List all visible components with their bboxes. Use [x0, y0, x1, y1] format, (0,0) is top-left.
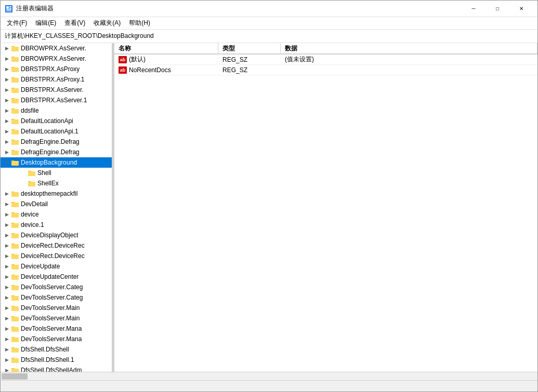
expand-icon[interactable]: ▶ [3, 304, 11, 312]
minimize-button[interactable]: ─ [462, 1, 485, 17]
expand-icon[interactable]: ▶ [3, 44, 11, 52]
menu-item-收藏夹(A)[interactable]: 收藏夹(A) [89, 18, 125, 29]
expand-icon[interactable]: ▶ [3, 241, 11, 250]
svg-rect-89 [11, 327, 19, 331]
tree-item-dbrowprx2[interactable]: ▶ DBROWPRX.AsServer. [1, 53, 112, 64]
expand-icon[interactable]: ▶ [3, 200, 11, 208]
tree-item-dbrowprx1[interactable]: ▶ DBROWPRX.AsServer. [1, 43, 112, 53]
tree-item-defragengine2[interactable]: ▶ DefragEngine.Defrag [1, 147, 112, 157]
menu-item-帮助(H)[interactable]: 帮助(H) [125, 18, 154, 29]
tree-item-dfsshell2[interactable]: ▶ DfsShell.DfsShell.1 [1, 355, 112, 365]
tree-item-devicerect2[interactable]: ▶ DeviceRect.DeviceRec [1, 251, 112, 261]
col-name-header[interactable]: 名称 [114, 43, 218, 54]
col-type-header[interactable]: 类型 [218, 43, 281, 54]
tree-item-dfsshell3[interactable]: ▶ DfsShell.DfsShellAdm [1, 365, 112, 372]
tree-item-deflocationapi[interactable]: ▶ DefaultLocationApi [1, 116, 112, 126]
expand-icon[interactable]: ▶ [3, 138, 11, 146]
expand-icon[interactable]: ▶ [3, 262, 11, 271]
expand-icon[interactable]: ▶ [3, 293, 11, 302]
bottom-scroll [1, 372, 537, 380]
tree-item-devtoolsserver4[interactable]: ▶ DevToolsServer.Main [1, 313, 112, 323]
menu-item-编辑(E)[interactable]: 编辑(E) [31, 18, 60, 29]
tree-item-devicerect1[interactable]: ▶ DeviceRect.DeviceRec [1, 240, 112, 251]
tree-item-devtoolsserver2[interactable]: ▶ DevToolsServer.Categ [1, 292, 112, 303]
tree-item-dbrstprx1[interactable]: ▶ DBRSTPRX.AsProxy [1, 64, 112, 74]
expand-icon[interactable]: ▶ [3, 273, 11, 281]
expand-icon[interactable]: ▶ [3, 335, 11, 343]
expand-icon[interactable]: ▶ [3, 345, 11, 354]
expand-icon[interactable]: ▶ [3, 117, 11, 125]
main-window: 注册表编辑器 ─ □ ✕ 文件(F)编辑(E)查看(V)收藏夹(A)帮助(H) … [0, 0, 538, 392]
tree-item-devtoolsserver3[interactable]: ▶ DevToolsServer.Main [1, 303, 112, 313]
tree-item-devtoolsserver1[interactable]: ▶ DevToolsServer.Categ [1, 282, 112, 292]
expand-icon[interactable]: ▶ [3, 356, 11, 364]
tree-item-dbrstprx3[interactable]: ▶ DBRSTPRX.AsServer. [1, 85, 112, 95]
tree-item-shell[interactable]: ▶ Shell [1, 168, 112, 178]
expand-icon[interactable]: ▶ [3, 231, 11, 239]
menu-item-文件(F)[interactable]: 文件(F) [3, 18, 31, 29]
col-data-header[interactable]: 数据 [281, 43, 537, 54]
tree-item-dbrstprx2[interactable]: ▶ DBRSTPRX.AsProxy.1 [1, 74, 112, 85]
tree-item-dfsshell1[interactable]: ▶ DfsShell.DfsShell [1, 344, 112, 355]
expand-icon[interactable]: ▶ [3, 106, 11, 115]
tree-label: ShellEx [37, 180, 59, 187]
svg-rect-83 [11, 306, 19, 310]
maximize-button[interactable]: □ [485, 1, 509, 17]
tree-label: DBRSTPRX.AsServer. [21, 86, 84, 93]
expand-icon[interactable]: ▶ [3, 86, 11, 94]
tree-item-desktopbg[interactable]: ▼ DesktopBackground [1, 157, 112, 168]
expand-icon[interactable]: ▶ [3, 314, 11, 322]
menu-item-查看(V)[interactable]: 查看(V) [60, 18, 89, 29]
expand-icon[interactable]: ▶ [3, 55, 11, 63]
svg-rect-14 [11, 67, 19, 72]
expand-icon[interactable]: ▶ [3, 65, 11, 73]
svg-rect-47 [28, 182, 35, 186]
value-name-cell: abNoRecentDocs [114, 66, 218, 74]
expand-icon[interactable]: ▶ [3, 325, 11, 333]
tree-item-defragengine1[interactable]: ▶ DefragEngine.Defrag [1, 137, 112, 147]
expand-icon[interactable]: ▶ [3, 283, 11, 291]
expand-icon[interactable]: ▼ [3, 158, 11, 167]
folder-icon [11, 252, 19, 260]
tree-item-devicedisplayobject[interactable]: ▶ DeviceDisplayObject [1, 230, 112, 240]
svg-rect-53 [11, 202, 19, 207]
value-type-cell: REG_SZ [218, 66, 281, 74]
tree-label: ddsfile [21, 107, 39, 114]
tree-item-deviceupdatecenter[interactable]: ▶ DeviceUpdateCenter [1, 272, 112, 282]
table-row[interactable]: ab(默认)REG_SZ(值未设置) [114, 55, 537, 65]
expand-icon[interactable]: ▶ [3, 96, 11, 104]
expand-icon[interactable]: ▶ [3, 190, 11, 198]
folder-icon [11, 345, 19, 354]
tree-item-deviceupdate[interactable]: ▶ DeviceUpdate [1, 261, 112, 272]
expand-icon[interactable]: ▶ [3, 75, 11, 84]
menu-bar: 文件(F)编辑(E)查看(V)收藏夹(A)帮助(H) [1, 17, 537, 30]
expand-icon[interactable]: ▶ [3, 148, 11, 156]
tree-item-devdetail[interactable]: ▶ DevDetail [1, 199, 112, 209]
tree-item-deflocationapi1[interactable]: ▶ DefaultLocationApi.1 [1, 126, 112, 137]
close-button[interactable]: ✕ [509, 1, 533, 17]
svg-rect-2 [9, 6, 11, 7]
svg-rect-92 [11, 337, 19, 342]
tree-item-devtoolsserver6[interactable]: ▶ DevToolsServer.Mana [1, 334, 112, 344]
value-type-cell: REG_SZ [218, 56, 281, 63]
tree-item-dbrstprx4[interactable]: ▶ DBRSTPRX.AsServer.1 [1, 95, 112, 105]
tree-item-device1[interactable]: ▶ device.1 [1, 220, 112, 230]
expand-icon[interactable]: ▶ [3, 366, 11, 372]
expand-icon[interactable]: ▶ [3, 221, 11, 229]
tree-item-devtoolsserver5[interactable]: ▶ DevToolsServer.Mana [1, 323, 112, 334]
svg-rect-74 [11, 275, 19, 279]
registry-tree[interactable]: ▶ DBROWPRX.AsServer.▶ DBROWPRX.AsServer.… [1, 43, 112, 372]
tree-item-ddsfile[interactable]: ▶ ddsfile [1, 105, 112, 116]
table-row[interactable]: abNoRecentDocsREG_SZ [114, 65, 537, 75]
tree-label: desktopthemepackfil [21, 190, 77, 197]
expand-icon[interactable]: ▶ [3, 210, 11, 219]
folder-icon [11, 86, 19, 94]
expand-icon[interactable]: ▶ [3, 252, 11, 260]
tree-item-desktopthemepackfil[interactable]: ▶ desktopthemepackfil [1, 188, 112, 199]
h-scrollbar-thumb[interactable] [2, 373, 28, 380]
tree-item-shellex[interactable]: ▶ ShellEx [1, 178, 112, 188]
tree-item-device[interactable]: ▶ device [1, 209, 112, 220]
svg-rect-71 [11, 265, 19, 269]
folder-icon [11, 325, 19, 333]
expand-icon[interactable]: ▶ [3, 127, 11, 136]
